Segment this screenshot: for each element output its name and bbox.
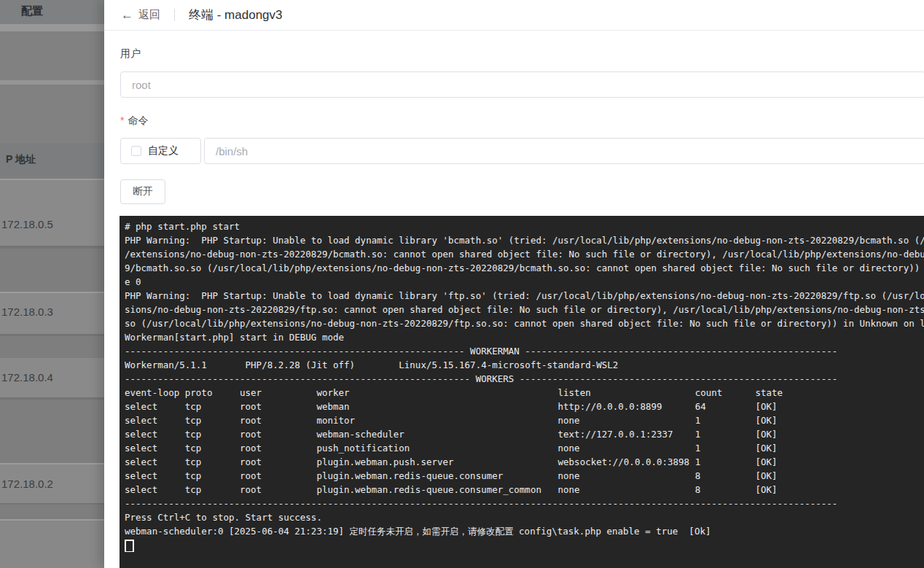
terminal-worker-row: select tcp root plugin.webman.redis-queu… — [125, 469, 924, 483]
terminal-line: sions/no-debug-non-zts-20220829/ftp.so: … — [125, 303, 924, 316]
terminal-line: PHP Warning: PHP Startup: Unable to load… — [125, 233, 924, 247]
terminal-worker-row: select tcp root monitor none 1 [OK] — [125, 413, 924, 427]
user-input[interactable] — [120, 71, 924, 98]
terminal-worker-row: select tcp root push_notification none 1… — [125, 441, 924, 455]
terminal-workers-header: event-loop proto user worker listen coun… — [125, 386, 924, 400]
table-divider — [0, 24, 104, 31]
ip-address-cell: 172.18.0.2 — [1, 478, 53, 490]
custom-command-checkbox[interactable]: 自定义 — [120, 138, 201, 164]
terminal-drawer: ← 返回 终端 - madongv3 用户 *命令 自定义 断开 # php s… — [104, 0, 924, 568]
checkbox-icon — [131, 146, 141, 156]
table-row — [0, 336, 104, 358]
table-row — [0, 85, 104, 143]
table-row — [0, 400, 104, 463]
ip-column-label: P 地址 — [6, 153, 36, 166]
table-row — [0, 31, 104, 80]
ip-column-header: P 地址 — [0, 143, 104, 179]
terminal-worker-row: select tcp root plugin.webman.redis-queu… — [125, 483, 924, 497]
terminal-worker-row: select tcp root plugin.webman.push.serve… — [125, 455, 924, 469]
header-divider — [174, 9, 175, 21]
page-title: 终端 - madongv3 — [189, 7, 283, 23]
terminal-line: Press Ctrl+C to stop. Start success. — [125, 510, 924, 524]
config-column-label: 配置 — [21, 4, 43, 18]
ip-address-cell: 172.18.0.3 — [1, 306, 53, 318]
table-row — [0, 180, 104, 246]
background-table: 配置 P 地址 172.18.0.5 172.18.0.3 172.18.0.4… — [0, 0, 104, 568]
back-button-label: 返回 — [138, 8, 160, 22]
custom-checkbox-label: 自定义 — [148, 144, 179, 157]
terminal-version-line: Workerman/5.1.1 PHP/8.2.28 (Jit off) Lin… — [125, 358, 924, 372]
command-input[interactable] — [204, 138, 924, 164]
terminal-line: # php start.php start — [125, 219, 924, 233]
ip-address-cell: 172.18.0.4 — [1, 371, 53, 384]
terminal-line: webman-scheduler:0 [2025-06-04 21:23:19]… — [125, 524, 924, 538]
back-arrow-icon: ← — [121, 9, 133, 21]
terminal-separator: ----------------------------------------… — [125, 497, 924, 510]
required-marker: * — [120, 114, 124, 126]
terminal-line: e 0 — [125, 275, 924, 289]
terminal-line: so (/usr/local/lib/php/extensions/no-deb… — [125, 316, 924, 330]
back-button[interactable]: ← 返回 — [121, 8, 160, 22]
ip-address-cell: 172.18.0.5 — [1, 218, 53, 230]
terminal-line: /extensions/no-debug-non-zts-20220829/bc… — [125, 247, 924, 261]
command-label: *命令 — [120, 114, 148, 128]
terminal-line: Workerman[start.php] start in DEBUG mode — [125, 330, 924, 344]
terminal-cursor — [125, 540, 134, 552]
user-label: 用户 — [120, 47, 141, 61]
drawer-header: ← 返回 终端 - madongv3 — [104, 0, 924, 31]
disconnect-button[interactable]: 断开 — [120, 179, 165, 204]
terminal-separator-workerman: ----------------------------------------… — [125, 344, 924, 358]
terminal-worker-row: select tcp root webman http://0.0.0.0:88… — [125, 400, 924, 413]
terminal-worker-row: select tcp root webman-scheduler text://… — [125, 427, 924, 441]
table-row — [0, 249, 104, 292]
table-row — [0, 521, 104, 568]
terminal-output[interactable]: # php start.php start PHP Warning: PHP S… — [120, 216, 924, 568]
table-row — [0, 505, 104, 519]
terminal-line: 9/bcmath.so.so (/usr/local/lib/php/exten… — [125, 261, 924, 275]
terminal-separator-workers: ----------------------------------------… — [125, 372, 924, 386]
terminal-cursor-line — [125, 538, 924, 552]
config-column-header: 配置 — [0, 0, 104, 24]
terminal-line: PHP Warning: PHP Startup: Unable to load… — [125, 289, 924, 303]
